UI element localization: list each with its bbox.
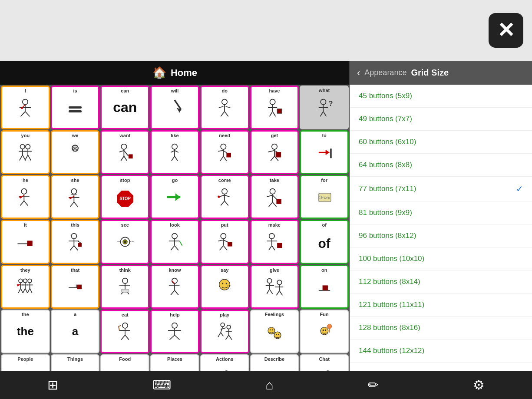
cell-that[interactable]: that xyxy=(51,265,100,309)
cell-Fun[interactable]: Fun xyxy=(300,310,349,353)
svg-point-129 xyxy=(269,234,274,239)
cell-get[interactable]: get xyxy=(250,130,299,174)
svg-point-27 xyxy=(26,144,30,149)
svg-text:FOR:: FOR: xyxy=(321,195,330,199)
cell-think[interactable]: think xyxy=(100,265,149,309)
svg-line-35 xyxy=(28,155,31,160)
cell-for[interactable]: for FOR: xyxy=(300,175,349,219)
cell-have[interactable]: have xyxy=(250,86,299,129)
close-icon: ✕ xyxy=(497,20,515,41)
cell-they[interactable]: they xyxy=(1,265,50,309)
cell-of[interactable]: of of xyxy=(300,220,349,264)
grid-size-option[interactable]: 121 buttons (11x11) xyxy=(350,293,532,317)
svg-line-32 xyxy=(20,155,23,160)
grid-size-option[interactable]: 49 buttons (7x7) xyxy=(350,108,532,131)
cell-the[interactable]: the the xyxy=(1,310,50,353)
svg-point-104 xyxy=(71,234,76,239)
grid-size-option[interactable]: 60 buttons (6x10) xyxy=(350,131,532,154)
svg-rect-134 xyxy=(277,243,282,248)
svg-line-57 xyxy=(224,156,227,161)
cell-she[interactable]: she xyxy=(51,175,100,219)
svg-marker-84 xyxy=(175,193,180,201)
cell-is[interactable]: is xyxy=(51,86,100,129)
svg-line-133 xyxy=(272,246,275,251)
svg-point-136 xyxy=(23,279,27,283)
cell-play[interactable]: play xyxy=(200,310,249,353)
back-button[interactable]: ‹ xyxy=(357,67,360,79)
grid-size-option[interactable]: 128 buttons (8x16) xyxy=(350,317,532,340)
svg-line-41 xyxy=(119,150,124,152)
home-nav-button[interactable]: ⌂ xyxy=(265,378,273,392)
svg-line-6 xyxy=(175,100,181,109)
cell-give[interactable]: give xyxy=(250,265,299,309)
svg-line-24 xyxy=(323,111,326,116)
svg-line-190 xyxy=(119,326,121,326)
grid-size-option[interactable]: 77 buttons (7x11)✓ xyxy=(350,177,532,201)
cell-want[interactable]: want xyxy=(100,130,149,174)
svg-line-165 xyxy=(175,290,178,295)
grid-size-option[interactable]: 96 buttons (8x12) xyxy=(350,224,532,247)
svg-point-191 xyxy=(172,323,177,328)
svg-line-107 xyxy=(70,246,74,251)
board-header: 🏠 Home xyxy=(0,61,350,85)
settings-button[interactable]: ⚙ xyxy=(473,377,485,392)
cell-what[interactable]: what ? xyxy=(300,86,349,129)
svg-line-198 xyxy=(221,328,225,330)
cell-he[interactable]: he xyxy=(1,175,50,219)
cell-I[interactable]: I xyxy=(1,86,50,129)
cell-Feelings[interactable]: Feelings xyxy=(250,310,299,353)
grid-size-option[interactable]: 45 buttons (5x9) xyxy=(350,85,532,108)
svg-line-176 xyxy=(269,289,272,294)
cell-eat[interactable]: eat xyxy=(100,310,149,353)
cell-help[interactable]: help xyxy=(150,310,199,353)
cell-it[interactable]: it xyxy=(1,220,50,264)
svg-line-189 xyxy=(119,326,119,331)
board-title: Home xyxy=(171,67,197,79)
svg-line-200 xyxy=(221,333,223,336)
cell-this[interactable]: this xyxy=(51,220,100,264)
cell-stop[interactable]: stop STOP xyxy=(100,175,149,219)
svg-point-76 xyxy=(71,188,76,194)
cell-see[interactable]: see xyxy=(100,220,149,264)
svg-line-13 xyxy=(225,111,228,116)
grid-size-option[interactable]: 81 buttons (9x9) xyxy=(350,201,532,224)
svg-line-148 xyxy=(28,289,30,293)
cell-we[interactable]: we oo xyxy=(51,130,100,174)
svg-point-8 xyxy=(222,99,227,104)
cell-on[interactable]: on xyxy=(300,265,349,309)
cell-need[interactable]: need xyxy=(200,130,249,174)
svg-point-211 xyxy=(278,334,279,335)
cell-say[interactable]: say xyxy=(200,265,249,309)
cell-can[interactable]: can can xyxy=(100,86,149,129)
grid-view-button[interactable]: ⊞ xyxy=(47,377,58,392)
grid-size-option[interactable]: 144 buttons (12x12) xyxy=(350,340,532,363)
panel-header: ‹ Appearance Grid Size xyxy=(350,61,532,85)
svg-marker-67 xyxy=(325,150,329,155)
grid-size-option[interactable]: 64 buttons (8x8) xyxy=(350,154,532,177)
keyboard-button[interactable]: ⌨ xyxy=(152,377,171,392)
cell-a[interactable]: a a xyxy=(51,310,100,353)
cell-know[interactable]: know xyxy=(150,265,199,309)
cell-put[interactable]: put xyxy=(200,220,249,264)
symbol-grid: I is can can will do xyxy=(0,85,350,399)
svg-line-180 xyxy=(276,291,279,296)
cell-make[interactable]: make xyxy=(250,220,299,264)
cell-like[interactable]: like xyxy=(150,130,199,174)
cell-will[interactable]: will xyxy=(150,86,199,129)
grid-size-option[interactable]: 112 buttons (8x14) xyxy=(350,270,532,293)
cell-look[interactable]: look xyxy=(150,220,199,264)
cell-take[interactable]: take xyxy=(250,175,299,219)
edit-button[interactable]: ✏ xyxy=(368,377,379,392)
close-button[interactable]: ✕ xyxy=(489,13,523,48)
cell-go[interactable]: go xyxy=(150,175,199,219)
svg-line-132 xyxy=(269,246,272,251)
grid-size-option[interactable]: 100 buttons (10x10) xyxy=(350,247,532,270)
cell-you[interactable]: you xyxy=(1,130,50,174)
cell-come[interactable]: come xyxy=(200,175,249,219)
svg-line-204 xyxy=(226,335,229,340)
svg-rect-98 xyxy=(276,199,281,204)
cell-do[interactable]: do xyxy=(200,86,249,129)
svg-rect-65 xyxy=(276,152,281,157)
svg-point-155 xyxy=(122,278,128,284)
cell-to[interactable]: to xyxy=(300,130,349,174)
